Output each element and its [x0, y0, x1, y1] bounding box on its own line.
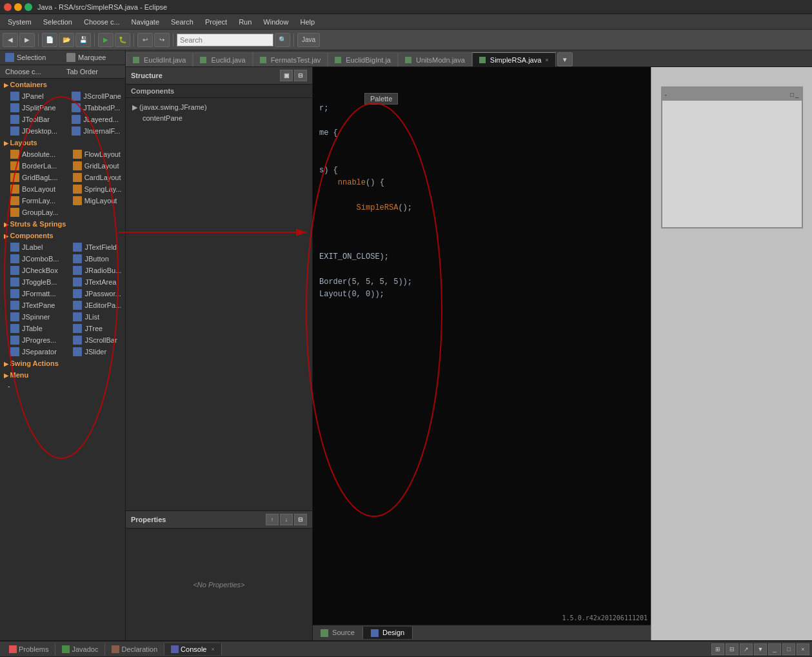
sidebar-menu-placeholder[interactable]: -	[0, 381, 125, 391]
sidebar-jformattedtextfield[interactable]: JFormatt...	[0, 288, 63, 299]
toolbar-open-btn[interactable]: 📂	[59, 33, 74, 47]
sidebar-jtree[interactable]: JTree	[63, 323, 125, 334]
sidebar-jeditorpane[interactable]: JEditorPa...	[63, 299, 125, 311]
sidebar-jslider[interactable]: JSlider	[63, 346, 125, 358]
code-panel[interactable]: r; me { s) { nnable() { SimpleRSA();	[313, 67, 651, 625]
struct-btn-1[interactable]: ▣	[280, 70, 293, 81]
minimize-button[interactable]	[14, 3, 22, 11]
tree-contentpane[interactable]: contentPane	[130, 113, 308, 123]
sidebar-gridlayout[interactable]: GridLayout	[63, 160, 126, 172]
sidebar-jdesktoppane[interactable]: JDesktop...	[0, 125, 61, 137]
sidebar-absolute[interactable]: Absolute...	[0, 148, 63, 160]
tab-close-simplersa[interactable]: ×	[545, 57, 548, 63]
sidebar-jprogressbar[interactable]: JProgres...	[0, 334, 63, 346]
btm-tool-maximize[interactable]: □	[782, 643, 795, 655]
tab-design[interactable]: Design	[363, 627, 413, 639]
sidebar-boxlayout[interactable]: BoxLayout	[0, 183, 63, 195]
sidebar-formlayout[interactable]: FormLay...	[0, 195, 63, 207]
menu-help[interactable]: Help	[295, 17, 320, 27]
tab-unitsmodn[interactable]: UnitsModn.java	[398, 52, 472, 66]
sidebar-jcheckbox[interactable]: JCheckBox	[0, 265, 63, 276]
toolbar-run-btn[interactable]: ▶	[98, 33, 114, 47]
sidebar-jtextarea[interactable]: JTextArea	[63, 276, 125, 288]
sidebar-jspinner[interactable]: JSpinner	[0, 311, 63, 323]
sidebar-marquee[interactable]: Marquee	[64, 52, 123, 63]
sidebar-section-menu[interactable]: Menu	[0, 369, 125, 381]
sidebar-jscrollpane[interactable]: JScrollPane	[61, 90, 125, 102]
sidebar-section-struts[interactable]: Struts & Springs	[0, 218, 125, 230]
btm-tool-3[interactable]: ↗	[740, 643, 753, 655]
sidebar-section-swing-actions[interactable]: Swing Actions	[0, 358, 125, 369]
btm-tool-2[interactable]: ⊟	[726, 643, 738, 655]
menu-window[interactable]: Window	[258, 17, 293, 27]
preview-close-btn[interactable]: □	[790, 91, 794, 98]
btm-tool-1[interactable]: ⊞	[711, 643, 724, 655]
sidebar-springleayout[interactable]: SpringLay...	[63, 183, 126, 195]
sidebar-jscrollbar[interactable]: JScrollBar	[63, 334, 125, 346]
sidebar-jtable[interactable]: JTable	[0, 323, 63, 334]
toolbar-new-btn[interactable]: 📄	[42, 33, 57, 47]
sidebar-jradiobutton[interactable]: JRadioBu...	[63, 265, 125, 276]
tab-euclidbigint[interactable]: EuclidBigInt.ja	[328, 52, 398, 66]
toolbar-back-btn[interactable]: ◀	[3, 33, 18, 47]
menu-system[interactable]: System	[3, 17, 37, 27]
window-controls[interactable]	[4, 3, 32, 11]
sidebar-flowlayout[interactable]: FlowLayout	[63, 148, 126, 160]
tab-euclid[interactable]: Euclid.java	[193, 52, 252, 66]
props-btn-3[interactable]: ⊟	[294, 514, 307, 525]
tab-euclidint[interactable]: EuclidInt.java	[126, 52, 193, 66]
tab-declaration[interactable]: Declaration	[105, 643, 164, 655]
sidebar-section-containers[interactable]: Containers	[0, 79, 125, 90]
tab-source[interactable]: Source	[313, 627, 363, 639]
toolbar-save-btn[interactable]: 💾	[75, 33, 91, 47]
menu-navigate[interactable]: Navigate	[126, 17, 164, 27]
btm-tool-4[interactable]: ▼	[754, 643, 767, 655]
tab-console[interactable]: Console ×	[164, 643, 222, 655]
sidebar-jlabel[interactable]: JLabel	[0, 241, 63, 253]
sidebar-jlist[interactable]: JList	[63, 311, 125, 323]
sidebar-borderlayout[interactable]: BorderLa...	[0, 160, 63, 172]
sidebar-jtoolbar[interactable]: JToolBar	[0, 114, 61, 125]
sidebar-jsplitpane[interactable]: JSplitPane	[0, 102, 61, 114]
struct-btn-2[interactable]: ⊟	[294, 70, 307, 81]
sidebar-section-components[interactable]: Components	[0, 230, 125, 241]
toolbar-undo-btn[interactable]: ↩	[137, 33, 153, 47]
toolbar-debug-btn[interactable]: 🐛	[115, 33, 130, 47]
tab-simplersa[interactable]: SimpleRSA.java ×	[472, 52, 556, 66]
props-btn-1[interactable]: ↑	[266, 514, 279, 525]
tree-jframe[interactable]: ▶ (javax.swing.JFrame)	[130, 102, 308, 113]
tab-javadoc[interactable]: Javadoc	[55, 643, 105, 655]
sidebar-jpanel[interactable]: JPanel	[0, 90, 61, 102]
sidebar-grouplayout[interactable]: GroupLay...	[0, 207, 63, 218]
menu-run[interactable]: Run	[233, 17, 257, 27]
btm-tool-minimize[interactable]: _	[768, 643, 781, 655]
search-input[interactable]	[177, 34, 273, 46]
toolbar-redo-btn[interactable]: ↪	[154, 33, 170, 47]
toolbar-fwd-btn[interactable]: ▶	[19, 33, 35, 47]
tab-problems[interactable]: Problems	[3, 643, 55, 655]
menu-project[interactable]: Project	[200, 17, 232, 27]
sidebar-jlayeredpane[interactable]: JLayered...	[61, 114, 125, 125]
sidebar-jcombobox[interactable]: JComboB...	[0, 253, 63, 265]
sidebar-selection[interactable]: Selection	[3, 52, 61, 63]
menu-selection[interactable]: Selection	[38, 17, 77, 27]
sidebar-jtextfield[interactable]: JTextField	[63, 241, 125, 253]
sidebar-jtabbedpane[interactable]: JTabbedP...	[61, 102, 125, 114]
toolbar-perspective-btn[interactable]: Java	[297, 33, 320, 47]
console-close-btn[interactable]: ×	[211, 646, 214, 652]
maximize-button[interactable]	[25, 3, 32, 11]
tab-fermats[interactable]: FermatsTest.jav	[253, 52, 328, 66]
sidebar-jpasswordfield[interactable]: JPasswor...	[63, 288, 125, 299]
menu-choose[interactable]: Choose c...	[79, 17, 125, 27]
sidebar-miglayout[interactable]: MigLayout	[63, 195, 126, 207]
sidebar-tab-order[interactable]: Tab Order	[64, 66, 123, 77]
sidebar-jinternalframe[interactable]: JInternalF...	[61, 125, 125, 137]
btm-tool-close[interactable]: ×	[797, 643, 809, 655]
toolbar-search-btn[interactable]: 🔍	[275, 33, 290, 47]
sidebar-choose[interactable]: Choose c...	[3, 66, 61, 77]
sidebar-gridbaglayout[interactable]: GridBagL...	[0, 172, 63, 183]
props-btn-2[interactable]: ↓	[280, 514, 293, 525]
sidebar-jtextpane[interactable]: JTextPane	[0, 299, 63, 311]
sidebar-cardlayout[interactable]: CardLayout	[63, 172, 126, 183]
sidebar-section-layouts[interactable]: Layouts	[0, 137, 125, 148]
